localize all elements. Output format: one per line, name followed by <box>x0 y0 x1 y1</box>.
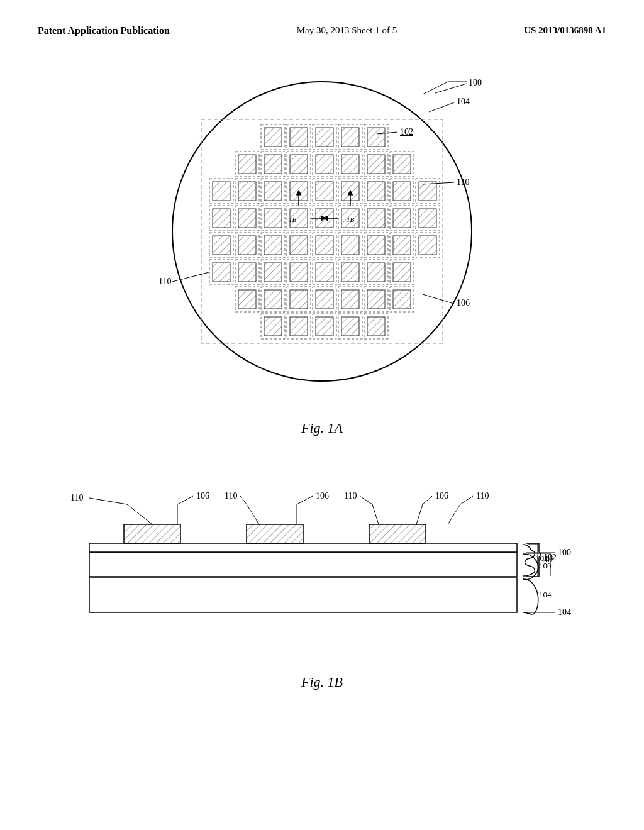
svg-text:100: 100 <box>469 78 482 87</box>
svg-rect-22 <box>341 155 359 174</box>
svg-rect-14 <box>238 155 256 174</box>
svg-rect-78 <box>290 236 308 255</box>
svg-rect-145 <box>89 553 517 577</box>
svg-rect-86 <box>393 236 411 255</box>
svg-text:1B: 1B <box>347 216 355 223</box>
svg-text:106: 106 <box>435 491 448 501</box>
header-right: US 2013/0136898 A1 <box>524 25 606 36</box>
svg-rect-8 <box>316 128 333 147</box>
svg-line-176 <box>372 504 379 524</box>
svg-rect-76 <box>264 236 282 255</box>
svg-rect-90 <box>213 263 230 282</box>
svg-line-174 <box>297 496 313 504</box>
svg-rect-144 <box>89 578 517 612</box>
svg-rect-148 <box>247 524 303 543</box>
svg-rect-10 <box>341 128 359 147</box>
svg-rect-114 <box>341 290 359 309</box>
svg-rect-96 <box>290 263 308 282</box>
svg-rect-24 <box>367 155 385 174</box>
svg-text:100: 100 <box>539 561 552 570</box>
svg-rect-50 <box>264 209 282 228</box>
svg-line-177 <box>360 496 372 504</box>
svg-point-0 <box>172 82 472 381</box>
svg-rect-16 <box>264 155 282 174</box>
svg-text:110: 110 <box>457 177 469 187</box>
svg-rect-100 <box>341 263 359 282</box>
fig1a-label: Fig. 1A <box>301 420 343 436</box>
svg-rect-4 <box>264 128 282 147</box>
svg-rect-126 <box>341 317 359 336</box>
svg-rect-26 <box>393 155 411 174</box>
svg-rect-120 <box>264 317 282 336</box>
svg-rect-88 <box>419 236 436 255</box>
svg-rect-46 <box>213 209 230 228</box>
svg-rect-32 <box>264 182 282 201</box>
svg-line-171 <box>240 496 247 504</box>
svg-rect-36 <box>316 182 333 201</box>
fig1a-container: 1B <box>133 62 511 414</box>
svg-rect-82 <box>341 236 359 255</box>
svg-rect-102 <box>367 263 385 282</box>
svg-rect-72 <box>213 236 230 255</box>
svg-text:104: 104 <box>539 590 552 599</box>
svg-rect-80 <box>316 236 333 255</box>
svg-rect-18 <box>290 155 308 174</box>
svg-text:104: 104 <box>457 97 470 106</box>
svg-line-183 <box>460 496 473 504</box>
svg-line-164 <box>127 504 152 524</box>
svg-rect-70 <box>419 209 436 228</box>
svg-text:102: 102 <box>400 127 413 136</box>
svg-rect-124 <box>316 317 333 336</box>
svg-text:1B: 1B <box>289 216 297 223</box>
figures-container: 1B <box>0 49 644 703</box>
svg-line-131 <box>429 102 454 112</box>
fig1b-svg: 102 100 104 102 110 106 <box>52 455 592 669</box>
svg-line-180 <box>423 496 432 504</box>
svg-rect-12 <box>367 128 385 147</box>
svg-rect-122 <box>290 317 308 336</box>
svg-rect-110 <box>290 290 308 309</box>
svg-rect-149 <box>369 524 426 543</box>
svg-line-142 <box>423 82 448 94</box>
svg-rect-66 <box>367 209 385 228</box>
header-center: May 30, 2013 Sheet 1 of 5 <box>297 25 397 36</box>
svg-rect-128 <box>367 317 385 336</box>
svg-text:110: 110 <box>225 491 237 501</box>
svg-rect-6 <box>290 128 308 147</box>
svg-text:110: 110 <box>476 491 489 501</box>
fig1b-container: 102 100 104 102 110 106 <box>52 455 592 669</box>
svg-line-182 <box>448 504 460 524</box>
svg-text:106: 106 <box>316 491 329 501</box>
svg-rect-147 <box>124 524 180 543</box>
svg-rect-146 <box>89 543 517 552</box>
svg-rect-28 <box>213 182 230 201</box>
svg-rect-108 <box>264 290 282 309</box>
svg-line-129 <box>435 84 467 93</box>
page-header: Patent Application Publication May 30, 2… <box>0 0 644 49</box>
svg-rect-74 <box>238 236 256 255</box>
svg-line-165 <box>89 498 127 504</box>
svg-line-168 <box>177 496 193 504</box>
svg-rect-20 <box>316 155 333 174</box>
svg-text:104: 104 <box>558 607 571 617</box>
svg-rect-118 <box>393 290 411 309</box>
svg-rect-116 <box>367 290 385 309</box>
svg-rect-98 <box>316 263 333 282</box>
svg-rect-68 <box>393 209 411 228</box>
fig1b-label: Fig. 1B <box>301 674 343 690</box>
svg-text:110: 110 <box>70 493 83 502</box>
svg-rect-30 <box>238 182 256 201</box>
svg-text:110: 110 <box>158 277 171 286</box>
svg-rect-84 <box>367 236 385 255</box>
svg-rect-106 <box>238 290 256 309</box>
fig1a-svg: 1B <box>133 62 511 414</box>
svg-line-170 <box>247 504 259 524</box>
svg-rect-44 <box>419 182 436 201</box>
svg-text:106: 106 <box>457 298 470 307</box>
svg-rect-40 <box>367 182 385 201</box>
svg-line-179 <box>416 504 423 524</box>
svg-text:100: 100 <box>558 548 571 557</box>
svg-rect-42 <box>393 182 411 201</box>
svg-rect-94 <box>264 263 282 282</box>
svg-rect-92 <box>238 263 256 282</box>
